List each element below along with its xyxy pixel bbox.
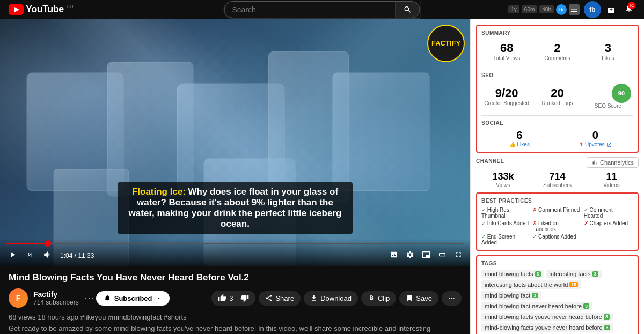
download-label: Download <box>320 294 352 302</box>
time-current: 1:04 <box>60 252 72 259</box>
save-button[interactable]: Save <box>399 291 438 306</box>
seo-score-circle: 90 <box>612 84 631 103</box>
channel-videos-stat: 11 Videos <box>584 171 639 188</box>
share-button[interactable]: Share <box>259 291 301 306</box>
more-button[interactable]: ⋯ <box>442 291 462 306</box>
tag-item[interactable]: mind blowing fact never heard before 3 <box>481 302 592 310</box>
progress-dot <box>45 240 51 247</box>
dislike-button[interactable] <box>235 291 255 306</box>
seo-label: SEO <box>481 72 633 78</box>
channelytics-button[interactable]: Channelytics <box>587 157 639 168</box>
channel-videos-value: 11 <box>584 171 639 182</box>
total-views-stat: 68 Total Views <box>481 39 532 63</box>
upvotes-label: ⬆ Upvotes <box>558 142 634 147</box>
fb-likes-stat: 6 👍 Likes <box>481 129 558 147</box>
comments-label: Comments <box>534 55 580 61</box>
video-info: Mind Blowing Facts You Have Never Heard … <box>0 266 470 334</box>
menu-icon[interactable] <box>569 4 580 15</box>
tag-item[interactable]: interesting facts about the world 18 <box>481 280 581 289</box>
clip-label: Clip <box>378 294 390 302</box>
channel-row: F Factify 714 subscribers ⋯ Subscribed <box>9 288 462 308</box>
user-avatar[interactable]: fb <box>584 1 601 18</box>
bp-item: ✗ Chapters Added <box>584 220 633 232</box>
factify-badge: FACTIFY <box>427 25 465 62</box>
channel-views-value: 133k <box>476 171 530 182</box>
comments-stat: 2 Comments <box>532 39 582 63</box>
download-button[interactable]: Download <box>304 291 358 306</box>
time-display: 1:04 / 11:33 <box>60 252 94 259</box>
video-stats: 68 views 18 hours ago #likeyou #mindblow… <box>9 313 462 321</box>
video-player[interactable]: FACTIFY Floating Ice: Why does ice float… <box>0 19 470 266</box>
likes-label: Likes <box>585 55 631 61</box>
bp-item: ✓ Captions Added <box>532 234 582 246</box>
caption-highlight: Floating Ice: <box>132 187 186 197</box>
add-video-button[interactable] <box>605 3 618 16</box>
creator-suggested-stat: 9/20 Creator Suggested <box>481 84 532 108</box>
logo-text: YouTube <box>26 4 64 15</box>
miniplayer-button[interactable] <box>421 249 431 262</box>
likes-stat: 3 Likes <box>583 39 633 63</box>
channelytics-label: Channelytics <box>600 159 634 166</box>
channel-options-button[interactable]: ⋯ <box>84 292 94 304</box>
topbar-right: 1y 60m 48h fb fb 91 <box>508 1 635 18</box>
tag-item[interactable]: mind blowing facts youve never heard bef… <box>481 313 613 321</box>
channel-avatar[interactable]: F <box>9 288 28 308</box>
youtube-logo[interactable]: YouTube BD <box>9 4 73 15</box>
channel-name[interactable]: Factify <box>33 290 79 299</box>
notifications-button[interactable]: 91 <box>623 2 635 17</box>
video-age: 18 hours ago <box>38 313 78 321</box>
action-buttons: 3 Share Download <box>211 291 462 306</box>
tags-container: mind blowing facts 3interesting facts 3i… <box>481 270 633 334</box>
topbar: YouTube BD 1y 60m 48h fb <box>0 0 644 19</box>
video-description: Get ready to be amazed by some mind-blow… <box>9 324 462 334</box>
fullscreen-button[interactable] <box>453 249 464 262</box>
search-input[interactable] <box>224 1 396 18</box>
play-button[interactable] <box>6 249 18 263</box>
bp-item: ✓ High Res. Thumbnail <box>481 207 531 219</box>
video-controls: 1:04 / 11:33 <box>0 239 470 266</box>
bp-item: ✓ End Screen Added <box>481 234 531 246</box>
search-button[interactable] <box>396 1 420 18</box>
subscribed-label: Subscribed <box>114 294 152 302</box>
social-stats: 6 👍 Likes 0 ⬆ Upvotes <box>481 129 633 147</box>
tag-item[interactable]: interesting facts 3 <box>546 270 602 278</box>
settings-button[interactable] <box>405 249 415 262</box>
skip-button[interactable] <box>25 249 35 262</box>
share-label: Share <box>275 294 294 302</box>
video-section: FACTIFY Floating Ice: Why does ice float… <box>0 19 470 334</box>
search-bar <box>224 1 421 19</box>
channel-left: F Factify 714 subscribers ⋯ Subscribed <box>9 288 170 308</box>
tag-item[interactable]: mind blowing facts 3 <box>481 270 544 278</box>
like-count: 3 <box>229 294 233 302</box>
captions-button[interactable] <box>389 249 399 262</box>
tags-label: TAGS <box>481 261 633 266</box>
summary-stats: 68 Total Views 2 Comments 3 Likes <box>481 39 633 63</box>
bp-item: ✗ Liked on Facebook <box>532 220 582 232</box>
facebook-icon: 👍 <box>509 142 516 147</box>
view-count: 68 views <box>9 313 36 321</box>
like-button[interactable]: 3 <box>211 291 238 306</box>
channel-info: Factify 714 subscribers <box>33 290 79 306</box>
search-container <box>280 1 302 18</box>
controls-row: 1:04 / 11:33 <box>6 249 464 263</box>
controls-left: 1:04 / 11:33 <box>6 249 94 263</box>
subscribed-button[interactable]: Subscribed <box>96 291 170 306</box>
theater-button[interactable] <box>437 249 448 262</box>
ranked-tags-label: Ranked Tags <box>534 100 580 106</box>
volume-button[interactable] <box>42 249 54 263</box>
clip-button[interactable]: Clip <box>361 291 396 306</box>
total-views-label: Total Views <box>484 55 530 61</box>
channel-stats: 133k Views 714 Subscribers 11 Videos <box>476 171 639 188</box>
channel-subscribers-stat: 714 Subscribers <box>530 171 584 188</box>
upvotes-value: 0 <box>558 129 634 142</box>
topbar-left: YouTube BD <box>9 4 73 15</box>
progress-bar[interactable] <box>6 243 464 244</box>
tag-item[interactable]: mind-blowing facts youve never heard bef… <box>481 323 613 332</box>
channel-section-label: CHANNEL <box>476 158 504 164</box>
notif-count: 91 <box>628 2 635 9</box>
seo-score-label: SEO Score <box>585 103 631 109</box>
social-label: SOCIAL <box>481 120 633 126</box>
total-views-value: 68 <box>484 41 530 55</box>
tag-item[interactable]: mind blowing fact 3 <box>481 291 541 300</box>
likes-value: 3 <box>585 41 631 55</box>
